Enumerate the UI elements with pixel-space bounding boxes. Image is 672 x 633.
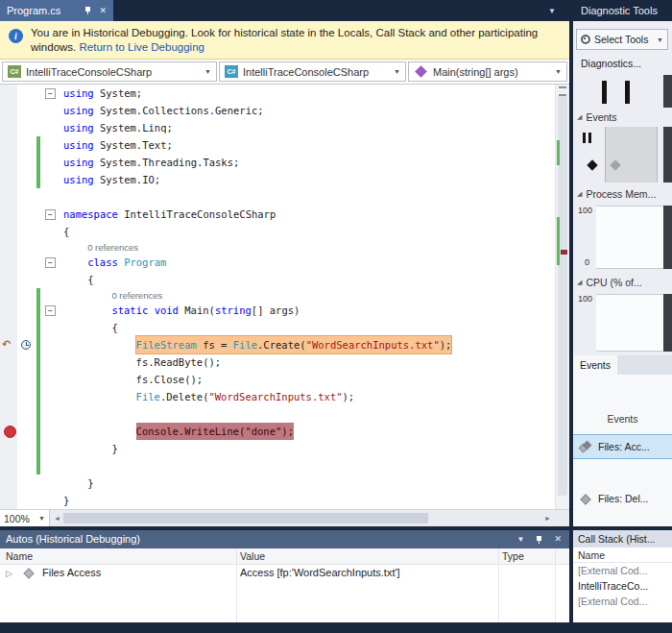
- code-line[interactable]: [0, 457, 555, 475]
- scroll-right-icon[interactable]: ►: [544, 515, 551, 522]
- breakpoint-icon[interactable]: [4, 426, 16, 438]
- scroll-left-icon[interactable]: ◄: [54, 515, 60, 522]
- callstack-row[interactable]: [External Cod...: [573, 563, 672, 578]
- autos-panel-header[interactable]: Autos (Historical Debugging) ▼ ✕: [0, 530, 569, 548]
- code-line[interactable]: File.Delete("WordSearchInputs.txt");: [0, 388, 555, 405]
- tab-events[interactable]: Events: [573, 355, 617, 375]
- select-tools-label: Select Tools: [594, 34, 648, 45]
- column-separator[interactable]: [236, 548, 237, 622]
- code-line[interactable]: }: [0, 440, 555, 457]
- code-line[interactable]: ↶FileStream fs = File.Create("WordSearch…: [0, 336, 555, 353]
- code-line[interactable]: fs.ReadByte();: [0, 353, 555, 371]
- timeline-event-bar: [602, 81, 607, 104]
- change-tracking-bar: [36, 319, 40, 336]
- events-section-header[interactable]: ◢ Events: [577, 111, 617, 123]
- code-line[interactable]: using System.Threading.Tasks;: [0, 154, 555, 171]
- chevron-down-icon: ▼: [555, 68, 562, 75]
- return-to-live-debugging-link[interactable]: Return to Live Debugging: [80, 41, 204, 53]
- code-line[interactable]: {: [0, 223, 555, 240]
- fold-toggle-icon[interactable]: −: [45, 257, 56, 268]
- column-header-type[interactable]: Type: [502, 550, 524, 562]
- timeline-out-of-range: [663, 127, 672, 183]
- callstack-row[interactable]: IntelliTraceCo...: [573, 578, 672, 594]
- code-line[interactable]: using System.IO;: [0, 171, 555, 188]
- expander-collapsed-icon[interactable]: ▷: [6, 568, 12, 579]
- code-line[interactable]: using System.Linq;: [0, 119, 555, 136]
- code-line[interactable]: {: [0, 271, 555, 288]
- gear-icon: [581, 35, 590, 44]
- project-dropdown[interactable]: C# IntelliTraceConsoleCSharp ▼: [2, 61, 217, 82]
- events-section-label: Events: [586, 111, 616, 123]
- code-line[interactable]: using System.Text;: [0, 136, 555, 154]
- change-tracking-bar: [36, 171, 40, 188]
- time-range-selection[interactable]: [605, 127, 658, 183]
- code-line[interactable]: }: [0, 492, 555, 509]
- fold-toggle-icon[interactable]: −: [45, 88, 56, 99]
- code-line[interactable]: −namespace IntelliTraceConsoleCSharp: [0, 206, 555, 223]
- editor-split-handle-icon[interactable]: [559, 86, 566, 96]
- cpu-section-header[interactable]: ◢ CPU (% of...: [577, 277, 642, 288]
- pin-icon[interactable]: [535, 535, 543, 545]
- member-dropdown[interactable]: Main(string[] args) ▼: [408, 61, 567, 82]
- event-row[interactable]: Files: Del...: [573, 486, 672, 511]
- diagnostic-tools-panel: Diagnostic Tools Select Tools ▼ Diagnost…: [573, 0, 672, 526]
- horizontal-scrollbar-thumb[interactable]: [63, 513, 428, 523]
- code-text: using System;: [63, 85, 142, 102]
- code-line[interactable]: {: [0, 319, 555, 336]
- code-line[interactable]: 0 references: [0, 288, 555, 302]
- code-line[interactable]: [0, 188, 555, 206]
- code-line[interactable]: [0, 405, 555, 423]
- historical-return-icon: ↶: [2, 337, 11, 353]
- process-memory-section-header[interactable]: ◢ Process Mem...: [577, 188, 656, 200]
- code-line[interactable]: 0 references: [0, 240, 555, 254]
- code-line[interactable]: fs.Close();: [0, 371, 555, 388]
- callstack-panel-title[interactable]: Call Stack (Hist...: [573, 530, 672, 548]
- autos-panel: Autos (Historical Debugging) ▼ ✕ Name Va…: [0, 530, 569, 622]
- code-text: 0 references: [111, 289, 162, 303]
- column-header-name[interactable]: Name: [6, 550, 33, 562]
- cpu-label: CPU (% of...: [586, 277, 641, 288]
- project-dropdown-value: IntelliTraceConsoleCSharp: [26, 66, 152, 78]
- column-header-value[interactable]: Value: [240, 550, 265, 562]
- code-line[interactable]: −using System;: [0, 85, 555, 102]
- close-icon[interactable]: ✕: [554, 535, 562, 544]
- callstack-row[interactable]: [External Cod...: [573, 594, 672, 609]
- column-separator[interactable]: [498, 548, 499, 622]
- event-diamond-icon: [580, 493, 592, 505]
- tab-list-chevron-down-icon[interactable]: ▼: [548, 7, 556, 15]
- change-tracking-bar: [36, 353, 40, 371]
- code-line[interactable]: using System.Collections.Generic;: [0, 102, 555, 119]
- timeline-out-of-range: [663, 75, 672, 108]
- column-separator[interactable]: [555, 548, 556, 622]
- timeline-out-of-range: [663, 206, 672, 269]
- code-editor[interactable]: −using System;using System.Collections.G…: [0, 85, 569, 509]
- zoom-dropdown[interactable]: 100% ▼: [0, 510, 50, 526]
- tab-program-cs[interactable]: Program.cs ✕: [0, 0, 113, 21]
- pin-icon[interactable]: [84, 6, 92, 15]
- editor-horizontal-scrollbar[interactable]: ◄ ►: [50, 510, 555, 526]
- code-line[interactable]: }: [0, 475, 555, 492]
- code-text: fs.Close();: [136, 371, 204, 388]
- section-triangle-icon: ◢: [577, 113, 582, 121]
- code-line[interactable]: Console.WriteLine("done");: [0, 423, 555, 440]
- autos-column-headers[interactable]: Name Value Type: [0, 548, 569, 565]
- fold-toggle-icon[interactable]: −: [45, 209, 56, 220]
- code-line[interactable]: −static void Main(string[] args): [0, 302, 555, 319]
- event-row[interactable]: Files: Acc...: [573, 434, 672, 459]
- infobar-text: You are in Historical Debugging. Look fo…: [31, 26, 541, 55]
- diagnostic-tools-title: Diagnostic Tools: [573, 0, 672, 21]
- chevron-down-icon[interactable]: ▼: [517, 530, 525, 548]
- events-track[interactable]: [573, 127, 672, 183]
- select-tools-button[interactable]: Select Tools ▼: [576, 29, 668, 50]
- code-text: using System.Threading.Tasks;: [63, 154, 239, 171]
- editor-vertical-scrollbar[interactable]: [555, 85, 569, 509]
- fold-toggle-icon[interactable]: −: [45, 305, 56, 316]
- close-icon[interactable]: ✕: [99, 7, 107, 15]
- memory-axis-max: 100: [578, 206, 592, 215]
- autos-row-item[interactable]: ▷Files AccessAccess [fp:'WordSearchInput…: [0, 565, 569, 582]
- tab-title: Program.cs: [7, 5, 77, 16]
- code-line[interactable]: −class Program: [0, 254, 555, 271]
- callstack-column-name[interactable]: Name: [573, 548, 672, 563]
- type-dropdown[interactable]: C# IntelliTraceConsoleCSharp ▼: [219, 61, 406, 82]
- diagnostics-timeline[interactable]: [573, 75, 672, 108]
